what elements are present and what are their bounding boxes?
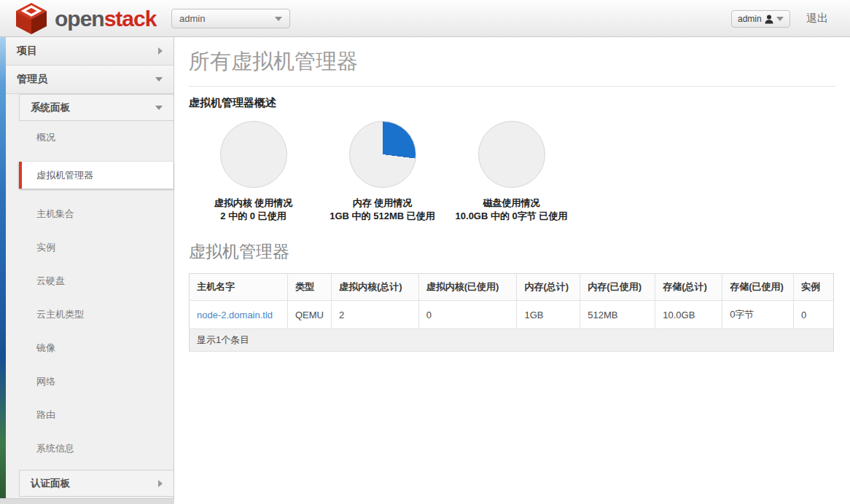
sidebar-item-label: 虚拟机管理器 <box>36 169 93 182</box>
cell-vcpus-total: 2 <box>331 301 418 329</box>
sidebar-item-label: 镜像 <box>36 342 55 355</box>
sidebar-item-flavors[interactable]: 云主机类型 <box>19 298 173 331</box>
column-header-type: 类型 <box>287 274 331 301</box>
sidebar-item-networks[interactable]: 网络 <box>19 365 173 398</box>
sidebar-bottom-edge <box>0 498 174 504</box>
sidebar-item-volumes[interactable]: 云硬盘 <box>19 264 173 298</box>
project-selector-value: admin <box>179 13 205 24</box>
sidebar-item-label: 概况 <box>36 131 55 144</box>
cell-type: QEMU <box>287 301 331 329</box>
pie-subtitle: 2 中的 0 已使用 <box>189 210 318 223</box>
table-footer-row: 显示1个条目 <box>190 329 834 352</box>
sidebar-section-project[interactable]: 项目 <box>6 37 173 66</box>
hypervisor-summary-heading: 虚拟机管理器概述 <box>189 96 835 110</box>
sidebar-item-label: 主机集合 <box>36 208 74 221</box>
column-header-vcpus-total: 虚拟内核(总计) <box>331 274 418 301</box>
cell-hostname: node-2.domain.tld <box>190 301 288 329</box>
column-header-instances: 实例 <box>793 274 833 301</box>
sidebar-item-label: 云主机类型 <box>36 308 84 321</box>
background-gradient-strip <box>0 37 6 498</box>
sidebar-item-label: 路由 <box>36 409 55 422</box>
sidebar-item-instances[interactable]: 实例 <box>19 231 173 264</box>
column-header-storage-used: 存储(已使用) <box>722 274 794 301</box>
sidebar-section-label: 管理员 <box>17 73 47 86</box>
chevron-down-icon <box>776 17 784 21</box>
disk-usage-chart: 磁盘使用情况 10.0GB 中的 0字节 已使用 <box>447 121 576 223</box>
page-title: 所有虚拟机管理器 <box>189 47 835 87</box>
sidebar-group-system-panel[interactable]: 系统面板 <box>19 94 173 121</box>
user-menu-label: admin <box>738 14 762 24</box>
column-header-storage-total: 存储(总计) <box>655 274 722 301</box>
sidebar-item-label: 实例 <box>36 241 55 254</box>
sidebar-item-images[interactable]: 镜像 <box>19 331 173 365</box>
column-header-ram-total: 内存(总计) <box>517 274 580 301</box>
chevron-down-icon <box>155 106 163 110</box>
disk-usage-pie <box>478 121 545 188</box>
logout-link[interactable]: 退出 <box>806 12 828 25</box>
project-selector-dropdown[interactable]: admin <box>171 9 290 28</box>
sidebar: 项目 管理员 系统面板 概况 虚拟机管理器 主机集合 实例 云硬盘 云主机类型 … <box>6 37 174 498</box>
chevron-down-icon <box>155 77 163 82</box>
sidebar-item-system-info[interactable]: 系统信息 <box>19 432 173 465</box>
pie-subtitle: 10.0GB 中的 0字节 已使用 <box>447 210 576 223</box>
sidebar-section-admin[interactable]: 管理员 <box>6 66 173 94</box>
table-item-count: 显示1个条目 <box>190 329 834 352</box>
sidebar-group-identity-panel[interactable]: 认证面板 <box>19 470 173 497</box>
sidebar-group-label: 认证面板 <box>31 477 70 490</box>
pie-title: 虚拟内核 使用情况 <box>189 197 318 210</box>
pie-title: 磁盘使用情况 <box>447 197 576 210</box>
hostname-link[interactable]: node-2.domain.tld <box>197 310 273 320</box>
openstack-dashboard: openstack admin admin 退出 项目 管理员 <box>0 0 850 504</box>
top-bar: openstack admin admin 退出 <box>0 0 850 37</box>
logo-text-open: open <box>55 7 104 31</box>
sidebar-item-label: 云硬盘 <box>36 275 65 288</box>
sidebar-item-label: 系统信息 <box>36 442 74 455</box>
main-content: 所有虚拟机管理器 虚拟机管理器概述 虚拟内核 使用情况 2 中的 0 已使用 内… <box>174 37 850 504</box>
pie-title: 内存 使用情况 <box>318 197 447 210</box>
logo-wordmark: openstack <box>55 3 156 35</box>
sidebar-group-label: 系统面板 <box>31 101 70 114</box>
memory-usage-chart: 内存 使用情况 1GB 中的 512MB 已使用 <box>318 121 447 223</box>
admin-panel-group: 系统面板 概况 虚拟机管理器 主机集合 实例 云硬盘 云主机类型 镜像 网络 路… <box>19 94 173 497</box>
column-header-vcpus-used: 虚拟内核(已使用) <box>418 274 517 301</box>
cell-storage-total: 10.0GB <box>655 301 722 329</box>
user-menu-button[interactable]: admin <box>731 10 790 28</box>
memory-usage-pie <box>349 121 416 188</box>
vcpu-usage-pie <box>220 121 287 188</box>
sidebar-section-label: 项目 <box>17 44 37 58</box>
user-icon <box>765 15 773 24</box>
sidebar-item-hypervisors[interactable]: 虚拟机管理器 <box>19 162 173 189</box>
cell-ram-total: 1GB <box>517 301 580 329</box>
sidebar-item-label: 网络 <box>36 375 55 388</box>
table-header-row: 主机名字 类型 虚拟内核(总计) 虚拟内核(已使用) 内存(总计) 内存(已使用… <box>190 274 834 301</box>
vcpu-usage-chart: 虚拟内核 使用情况 2 中的 0 已使用 <box>189 121 318 223</box>
cell-vcpus-used: 0 <box>418 301 517 329</box>
chevron-right-icon <box>158 480 163 487</box>
sidebar-item-routers[interactable]: 路由 <box>19 398 173 432</box>
usage-charts: 虚拟内核 使用情况 2 中的 0 已使用 内存 使用情况 1GB 中的 512M… <box>189 121 835 223</box>
column-header-hostname: 主机名字 <box>190 274 288 301</box>
column-header-ram-used: 内存(已使用) <box>580 274 655 301</box>
cell-instances: 0 <box>793 301 833 329</box>
logo-text-stack: stack <box>104 7 157 31</box>
sidebar-item-overview[interactable]: 概况 <box>19 121 173 154</box>
chevron-right-icon <box>158 47 163 55</box>
chevron-down-icon <box>275 17 282 21</box>
table-row: node-2.domain.tld QEMU 2 0 1GB 512MB 10.… <box>190 301 834 329</box>
hypervisors-table-heading: 虚拟机管理器 <box>189 240 835 263</box>
openstack-cube-icon <box>15 2 48 35</box>
hypervisors-table: 主机名字 类型 虚拟内核(总计) 虚拟内核(已使用) 内存(总计) 内存(已使用… <box>189 273 834 352</box>
sidebar-item-host-aggregates[interactable]: 主机集合 <box>19 197 173 231</box>
cell-storage-used: 0字节 <box>722 301 794 329</box>
pie-subtitle: 1GB 中的 512MB 已使用 <box>318 210 447 223</box>
openstack-logo: openstack <box>15 2 156 35</box>
cell-ram-used: 512MB <box>580 301 655 329</box>
